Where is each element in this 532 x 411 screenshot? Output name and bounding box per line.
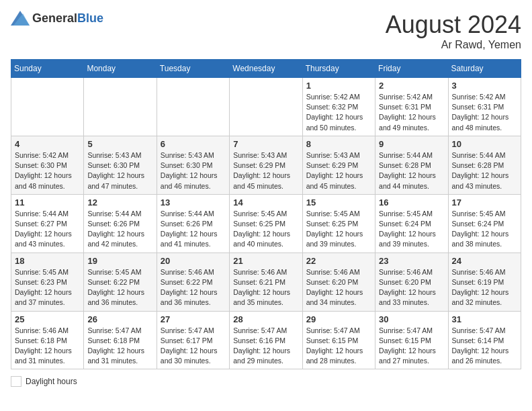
calendar-cell: 13Sunrise: 5:44 AMSunset: 6:26 PMDayligh… — [157, 194, 229, 253]
day-info: Sunrise: 5:44 AMSunset: 6:26 PMDaylight:… — [87, 209, 152, 250]
day-info: Sunrise: 5:44 AMSunset: 6:26 PMDaylight:… — [161, 209, 226, 250]
day-info: Sunrise: 5:45 AMSunset: 6:22 PMDaylight:… — [87, 267, 152, 308]
day-info: Sunrise: 5:43 AMSunset: 6:29 PMDaylight:… — [233, 150, 298, 191]
day-info: Sunrise: 5:42 AMSunset: 6:32 PMDaylight:… — [306, 92, 371, 133]
calendar-cell: 16Sunrise: 5:45 AMSunset: 6:24 PMDayligh… — [375, 194, 448, 253]
day-info: Sunrise: 5:42 AMSunset: 6:30 PMDaylight:… — [15, 150, 80, 191]
calendar-cell: 3Sunrise: 5:42 AMSunset: 6:31 PMDaylight… — [448, 78, 521, 136]
day-info: Sunrise: 5:45 AMSunset: 6:24 PMDaylight:… — [452, 209, 517, 250]
calendar-cell: 26Sunrise: 5:47 AMSunset: 6:18 PMDayligh… — [84, 311, 157, 369]
logo-general: General — [32, 11, 77, 25]
weekday-header-wednesday: Wednesday — [230, 60, 302, 78]
day-info: Sunrise: 5:46 AMSunset: 6:22 PMDaylight:… — [161, 267, 226, 308]
day-info: Sunrise: 5:42 AMSunset: 6:31 PMDaylight:… — [379, 92, 444, 133]
day-number: 6 — [161, 139, 226, 149]
day-number: 30 — [379, 314, 444, 324]
day-info: Sunrise: 5:46 AMSunset: 6:20 PMDaylight:… — [306, 267, 371, 308]
day-number: 21 — [233, 256, 298, 266]
calendar-cell: 2Sunrise: 5:42 AMSunset: 6:31 PMDaylight… — [375, 78, 448, 136]
calendar-cell: 31Sunrise: 5:47 AMSunset: 6:14 PMDayligh… — [448, 311, 521, 369]
day-number: 8 — [306, 139, 371, 149]
calendar-cell: 24Sunrise: 5:46 AMSunset: 6:19 PMDayligh… — [448, 253, 521, 311]
day-number: 28 — [233, 314, 298, 324]
day-number: 5 — [87, 139, 152, 149]
day-info: Sunrise: 5:45 AMSunset: 6:25 PMDaylight:… — [306, 209, 371, 250]
day-info: Sunrise: 5:45 AMSunset: 6:23 PMDaylight:… — [15, 267, 80, 308]
day-number: 27 — [161, 314, 226, 324]
day-number: 4 — [15, 139, 80, 149]
day-number: 9 — [379, 139, 444, 149]
day-number: 13 — [161, 197, 226, 208]
calendar-cell — [157, 78, 229, 136]
calendar-cell: 17Sunrise: 5:45 AMSunset: 6:24 PMDayligh… — [448, 194, 521, 253]
day-info: Sunrise: 5:47 AMSunset: 6:18 PMDaylight:… — [87, 326, 152, 367]
calendar-cell: 25Sunrise: 5:46 AMSunset: 6:18 PMDayligh… — [11, 311, 84, 369]
day-info: Sunrise: 5:42 AMSunset: 6:31 PMDaylight:… — [452, 92, 517, 133]
day-info: Sunrise: 5:43 AMSunset: 6:29 PMDaylight:… — [306, 150, 371, 191]
calendar-week-4: 18Sunrise: 5:45 AMSunset: 6:23 PMDayligh… — [11, 253, 521, 311]
calendar-cell: 19Sunrise: 5:45 AMSunset: 6:22 PMDayligh… — [84, 253, 157, 311]
calendar-cell: 6Sunrise: 5:43 AMSunset: 6:30 PMDaylight… — [157, 136, 229, 194]
day-info: Sunrise: 5:45 AMSunset: 6:24 PMDaylight:… — [379, 209, 444, 250]
day-number: 15 — [306, 197, 371, 208]
day-number: 26 — [87, 314, 152, 324]
month-title: August 2024 — [386, 11, 521, 39]
day-info: Sunrise: 5:46 AMSunset: 6:20 PMDaylight:… — [379, 267, 444, 308]
day-number: 29 — [306, 314, 371, 324]
day-info: Sunrise: 5:46 AMSunset: 6:18 PMDaylight:… — [15, 326, 80, 367]
logo-blue: Blue — [77, 11, 103, 25]
calendar-cell: 29Sunrise: 5:47 AMSunset: 6:15 PMDayligh… — [302, 311, 375, 369]
day-info: Sunrise: 5:43 AMSunset: 6:30 PMDaylight:… — [87, 150, 152, 191]
day-info: Sunrise: 5:47 AMSunset: 6:17 PMDaylight:… — [161, 326, 226, 367]
calendar-cell: 18Sunrise: 5:45 AMSunset: 6:23 PMDayligh… — [11, 253, 84, 311]
day-number: 11 — [15, 197, 80, 208]
day-info: Sunrise: 5:47 AMSunset: 6:16 PMDaylight:… — [233, 326, 298, 367]
legend-item-daylight: Daylight hours — [11, 376, 77, 387]
day-number: 2 — [379, 81, 444, 91]
calendar-cell: 20Sunrise: 5:46 AMSunset: 6:22 PMDayligh… — [157, 253, 229, 311]
weekday-header-thursday: Thursday — [302, 60, 375, 78]
day-number: 7 — [233, 139, 298, 149]
calendar-week-2: 4Sunrise: 5:42 AMSunset: 6:30 PMDaylight… — [11, 136, 521, 194]
calendar-cell: 1Sunrise: 5:42 AMSunset: 6:32 PMDaylight… — [302, 78, 375, 136]
weekday-header-tuesday: Tuesday — [157, 60, 229, 78]
legend-box — [11, 376, 21, 387]
calendar-table: SundayMondayTuesdayWednesdayThursdayFrid… — [11, 59, 521, 369]
calendar-cell: 14Sunrise: 5:45 AMSunset: 6:25 PMDayligh… — [230, 194, 302, 253]
calendar-cell: 11Sunrise: 5:44 AMSunset: 6:27 PMDayligh… — [11, 194, 84, 253]
title-block: August 2024 Ar Rawd, Yemen — [386, 11, 521, 51]
calendar-cell: 15Sunrise: 5:45 AMSunset: 6:25 PMDayligh… — [302, 194, 375, 253]
day-number: 14 — [233, 197, 298, 208]
calendar-week-5: 25Sunrise: 5:46 AMSunset: 6:18 PMDayligh… — [11, 311, 521, 369]
day-number: 20 — [161, 256, 226, 266]
day-number: 10 — [452, 139, 517, 149]
calendar-week-3: 11Sunrise: 5:44 AMSunset: 6:27 PMDayligh… — [11, 194, 521, 253]
calendar-cell — [230, 78, 302, 136]
day-info: Sunrise: 5:47 AMSunset: 6:14 PMDaylight:… — [452, 326, 517, 367]
calendar-cell: 4Sunrise: 5:42 AMSunset: 6:30 PMDaylight… — [11, 136, 84, 194]
weekday-header-monday: Monday — [84, 60, 157, 78]
legend: Daylight hours — [11, 376, 521, 387]
day-info: Sunrise: 5:46 AMSunset: 6:21 PMDaylight:… — [233, 267, 298, 308]
calendar-cell: 5Sunrise: 5:43 AMSunset: 6:30 PMDaylight… — [84, 136, 157, 194]
day-number: 18 — [15, 256, 80, 266]
calendar-cell: 22Sunrise: 5:46 AMSunset: 6:20 PMDayligh… — [302, 253, 375, 311]
day-number: 19 — [87, 256, 152, 266]
location: Ar Rawd, Yemen — [386, 39, 521, 51]
logo: GeneralBlue — [11, 11, 103, 26]
calendar-week-1: 1Sunrise: 5:42 AMSunset: 6:32 PMDaylight… — [11, 78, 521, 136]
calendar-cell: 7Sunrise: 5:43 AMSunset: 6:29 PMDaylight… — [230, 136, 302, 194]
day-info: Sunrise: 5:44 AMSunset: 6:27 PMDaylight:… — [15, 209, 80, 250]
day-number: 3 — [452, 81, 517, 91]
day-info: Sunrise: 5:44 AMSunset: 6:28 PMDaylight:… — [452, 150, 517, 191]
day-info: Sunrise: 5:43 AMSunset: 6:30 PMDaylight:… — [161, 150, 226, 191]
calendar-cell: 27Sunrise: 5:47 AMSunset: 6:17 PMDayligh… — [157, 311, 229, 369]
day-info: Sunrise: 5:44 AMSunset: 6:28 PMDaylight:… — [379, 150, 444, 191]
day-number: 24 — [452, 256, 517, 266]
calendar-cell: 9Sunrise: 5:44 AMSunset: 6:28 PMDaylight… — [375, 136, 448, 194]
day-number: 12 — [87, 197, 152, 208]
weekday-header-sunday: Sunday — [11, 60, 84, 78]
day-info: Sunrise: 5:45 AMSunset: 6:25 PMDaylight:… — [233, 209, 298, 250]
calendar-cell: 10Sunrise: 5:44 AMSunset: 6:28 PMDayligh… — [448, 136, 521, 194]
day-number: 31 — [452, 314, 517, 324]
